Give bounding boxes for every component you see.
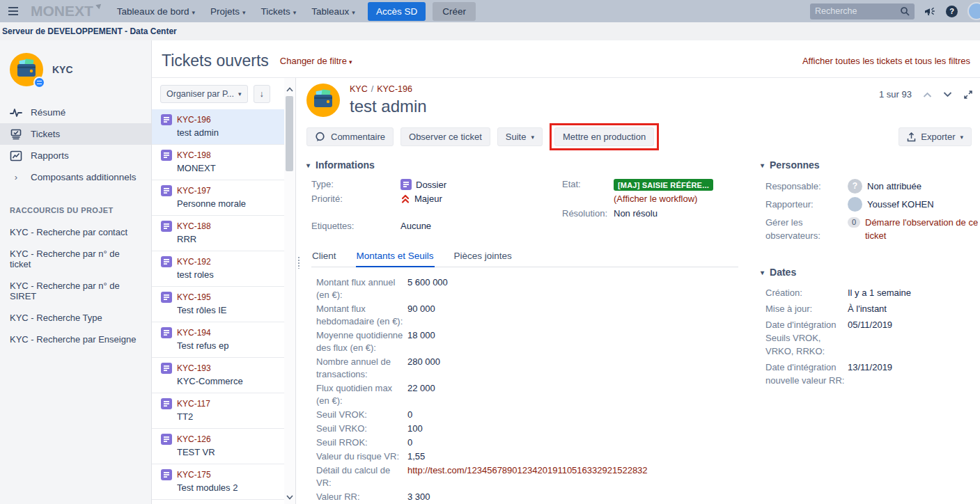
search-input[interactable]	[815, 6, 900, 16]
chevron-down-icon: ▾	[349, 58, 352, 65]
field-row: Seuil VRKO:100	[316, 422, 756, 436]
ticket-list-item[interactable]: KYC-198 MONEXT	[152, 145, 284, 180]
watch-button[interactable]: Observer ce ticket	[400, 127, 490, 146]
acces-sd-button[interactable]: Accès SD	[368, 2, 426, 21]
chevron-down-icon: ▾	[242, 9, 246, 16]
issue-type-icon	[161, 114, 172, 125]
help-icon[interactable]: ?	[946, 6, 958, 17]
breadcrumb-project-link[interactable]: KYC	[350, 84, 368, 94]
shortcut-enseigne[interactable]: KYC - Recherche par Enseigne	[0, 329, 151, 350]
project-avatar	[10, 53, 43, 86]
tab-client[interactable]: Client	[311, 248, 337, 267]
ticket-list-item[interactable]: KYC-175 Test modules 2	[152, 464, 284, 500]
transition-button[interactable]: Mettre en production	[554, 127, 654, 146]
ticket-list-item[interactable]: KYC-194 Test refus ep	[152, 322, 284, 358]
labels-value: Aucune	[400, 221, 431, 231]
priority-label: Priorité:	[311, 194, 400, 204]
hamburger-menu-icon[interactable]	[8, 2, 26, 20]
more-actions-button[interactable]: Suite▾	[497, 127, 543, 146]
ticket-list-item[interactable]: KYC-196 test admin	[152, 109, 284, 145]
chevron-down-icon: ▾	[238, 90, 242, 97]
sort-direction-button[interactable]: ↓	[254, 85, 270, 103]
field-row: Détail du calcul de VR:http://test.com/1…	[316, 464, 756, 490]
informations-section-header[interactable]: ▾ Informations	[306, 159, 756, 171]
monext-logo[interactable]: MONEXT	[31, 3, 100, 19]
comment-bubble-icon	[315, 132, 326, 142]
filter-header: Tickets ouverts Changer de filtre▾ Affic…	[152, 40, 980, 78]
field-row: Moyenne quotidienne des flux (en €):18 0…	[316, 329, 756, 355]
issue-type-icon	[161, 221, 172, 232]
reporter-avatar	[848, 197, 862, 212]
expand-icon[interactable]	[963, 90, 973, 100]
ticket-list-item[interactable]: KYC-191 Test admin ss ti	[152, 500, 284, 504]
scrollbar-thumb[interactable]	[286, 96, 293, 171]
ticket-list-item[interactable]: KYC-188 RRR	[152, 216, 284, 251]
sidebar-item-summary[interactable]: Résumé	[0, 102, 151, 123]
show-all-filters-link[interactable]: Afficher toutes les tickets et tous les …	[802, 56, 970, 66]
people-section-header[interactable]: ▾ Personnes	[761, 159, 980, 171]
change-filter-link[interactable]: Changer de filtre▾	[280, 56, 352, 66]
sidebar-item-reports[interactable]: Rapports	[0, 145, 151, 166]
priority-major-icon	[400, 194, 410, 204]
menu-boards[interactable]: Tableaux▾	[304, 2, 362, 21]
tab-pieces-jointes[interactable]: Pièces jointes	[453, 248, 513, 267]
sidebar-item-tickets[interactable]: Tickets	[0, 123, 151, 145]
create-button[interactable]: Créer	[433, 2, 476, 21]
chevron-right-icon: ›	[10, 172, 22, 182]
ticket-list: KYC-196 test admin KYC-198 MONEXT KYC-19…	[152, 109, 284, 504]
shortcut-ticket-number[interactable]: KYC - Recherche par n° de ticket	[0, 243, 151, 275]
page-title: Tickets ouverts	[162, 52, 269, 70]
red-highlight-box: Mettre en production	[550, 123, 659, 150]
navbar-right: ?	[810, 2, 974, 20]
date-row: Mise à jour:À l'instant	[765, 301, 980, 317]
ticket-list-item[interactable]: KYC-117 TT2	[152, 393, 284, 429]
start-watching-link[interactable]: Démarre l'observation de ce ticket	[865, 216, 980, 242]
chevron-down-icon: ▾	[531, 134, 534, 141]
shortcut-siret[interactable]: KYC - Recherche par n° de SIRET	[0, 275, 151, 307]
issue-title[interactable]: test admin	[350, 97, 427, 116]
splitter-drag-handle[interactable]	[297, 256, 300, 269]
ticket-list-item[interactable]: KYC-193 KYC-Commerce	[152, 358, 284, 393]
ticket-list-item[interactable]: KYC-126 TEST VR	[152, 429, 284, 464]
watchers-label: Gérer les observateurs:	[765, 216, 848, 242]
previous-issue-icon[interactable]	[923, 92, 932, 97]
export-button[interactable]: Exporter▾	[899, 127, 972, 146]
scroll-up-arrow[interactable]	[284, 84, 295, 95]
menu-issues[interactable]: Tickets▾	[254, 2, 304, 21]
sidebar-item-addons[interactable]: › Composants additionnels	[0, 166, 151, 188]
watchers-count-badge[interactable]: 0	[848, 217, 860, 228]
search-box[interactable]	[810, 3, 915, 19]
order-by-dropdown[interactable]: Organiser par P...▾	[160, 85, 248, 103]
megaphone-icon[interactable]	[924, 6, 936, 17]
chart-icon	[10, 150, 22, 162]
show-workflow-link[interactable]: (Afficher le workflow)	[614, 194, 697, 204]
status-badge: [MAJ] SAISIE RÉFÉRE...	[614, 179, 713, 191]
dates-section-header[interactable]: ▾ Dates	[761, 267, 980, 278]
next-issue-icon[interactable]	[943, 92, 952, 97]
field-row: Valeur RR:3 300	[316, 490, 756, 504]
ticket-list-item[interactable]: KYC-197 Personne morale	[152, 180, 284, 216]
field-tabs: Client Montants et Seuils Pièces jointes	[311, 248, 738, 267]
issue-type-icon	[161, 363, 172, 374]
breadcrumb-issue-link[interactable]: KYC-196	[377, 84, 412, 94]
comment-button[interactable]: Commentaire	[306, 127, 394, 146]
tab-montants-et-seuils[interactable]: Montants et Seuils	[356, 248, 435, 267]
issue-type-icon	[161, 327, 172, 338]
menu-projects[interactable]: Projets▾	[203, 2, 253, 21]
priority-value: Majeur	[414, 194, 442, 204]
ticket-list-item[interactable]: KYC-195 Test rôles IE	[152, 287, 284, 322]
project-badge-icon	[33, 77, 45, 88]
labels-label: Etiquettes:	[311, 221, 400, 231]
menu-dashboards[interactable]: Tableaux de bord▾	[110, 2, 202, 21]
shortcut-type[interactable]: KYC - Recherche Type	[0, 307, 151, 329]
issue-type-icon	[161, 185, 172, 196]
ticket-list-item[interactable]: KYC-192 test roles	[152, 251, 284, 287]
arrow-down-icon: ↓	[260, 89, 264, 99]
user-avatar[interactable]	[967, 2, 980, 20]
list-scrollbar[interactable]	[284, 78, 295, 504]
vr-detail-url-link[interactable]: http://test.com/123456789012342019110516…	[407, 464, 648, 477]
date-row: Date d'intégration nouvelle valeur RR:13…	[765, 359, 980, 388]
shortcut-contact[interactable]: KYC - Recherche par contact	[0, 221, 151, 243]
scroll-down-arrow[interactable]	[284, 491, 295, 503]
activity-icon	[10, 107, 22, 118]
